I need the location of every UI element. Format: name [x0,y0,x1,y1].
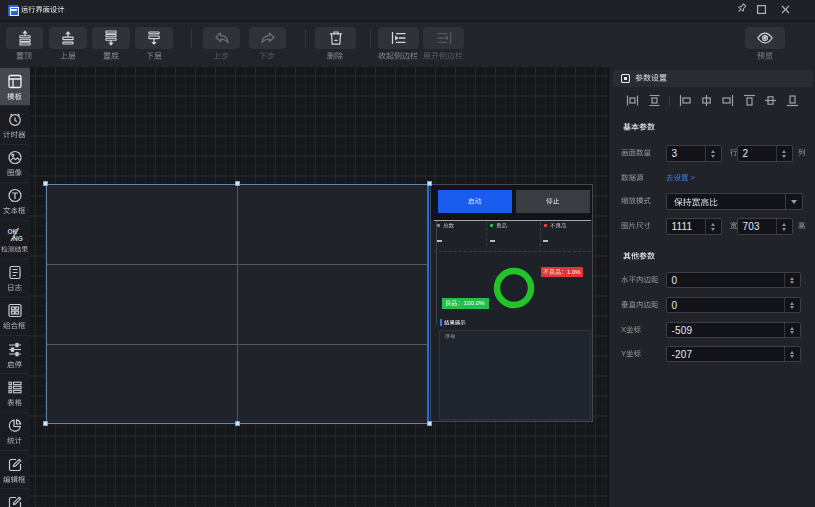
svg-text:%: % [479,300,485,306]
svg-text:%: % [575,269,581,275]
svg-text:X: X [621,326,626,334]
svg-text:>: > [691,174,696,182]
svg-text:Y: Y [621,350,626,358]
